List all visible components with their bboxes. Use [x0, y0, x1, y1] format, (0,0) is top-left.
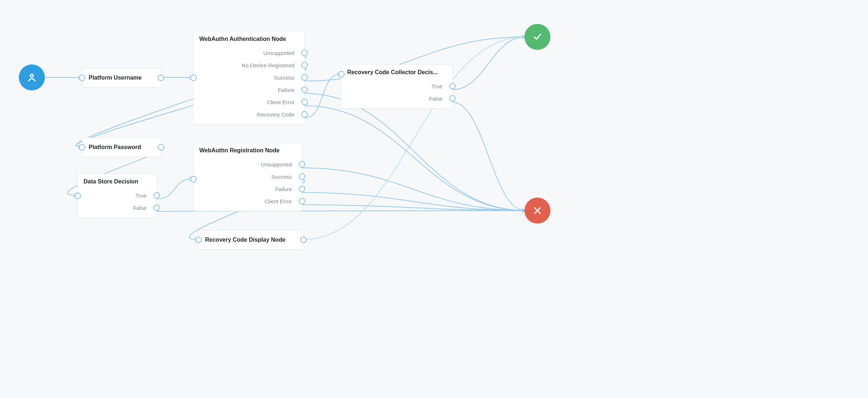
- outputs: True False: [341, 80, 452, 108]
- node-title: Recovery Code Display Node: [199, 232, 296, 248]
- connection: [452, 102, 525, 211]
- output-false[interactable]: False: [341, 92, 452, 105]
- node-title: Recovery Code Collector Decis...: [341, 65, 452, 80]
- output-port[interactable]: [300, 237, 307, 243]
- connection: [304, 106, 525, 211]
- output-success[interactable]: Success: [193, 170, 302, 183]
- node-webauthn-authentication[interactable]: WebAuthn Authentication Node Unsupported…: [193, 31, 305, 124]
- end-success-node[interactable]: [524, 24, 550, 50]
- output-port[interactable]: [301, 50, 308, 56]
- output-port[interactable]: [299, 186, 305, 192]
- outputs: Unsupported Success Failure Client Error: [193, 158, 302, 211]
- connection: [302, 192, 525, 211]
- connection: [156, 179, 193, 199]
- node-recovery-code-collector[interactable]: Recovery Code Collector Decis... True Fa…: [341, 64, 453, 109]
- output-true[interactable]: True: [341, 80, 452, 92]
- output-recovery-code[interactable]: Recovery Code: [193, 108, 305, 120]
- node-platform-password[interactable]: Platform Password: [82, 137, 161, 157]
- node-recovery-code-display[interactable]: Recovery Code Display Node: [198, 230, 304, 250]
- check-icon: [532, 31, 543, 42]
- start-node[interactable]: [19, 64, 45, 90]
- output-unsupported[interactable]: Unsupported: [193, 158, 302, 170]
- output-port[interactable]: [299, 173, 305, 180]
- output-no-device[interactable]: No Device Registered: [193, 59, 305, 71]
- connection: [304, 93, 525, 211]
- connection: [452, 37, 525, 90]
- connection: [302, 205, 525, 211]
- node-data-store-decision[interactable]: Data Store Decision True False: [77, 174, 157, 218]
- output-failure[interactable]: Failure: [193, 183, 302, 195]
- flow-canvas[interactable]: Platform Username WebAuthn Authenticatio…: [0, 0, 564, 261]
- output-port[interactable]: [301, 86, 308, 93]
- output-port[interactable]: [301, 62, 308, 68]
- node-title: WebAuthn Authentication Node: [193, 31, 305, 47]
- output-port[interactable]: [301, 111, 308, 118]
- node-webauthn-registration[interactable]: WebAuthn Registration Node Unsupported S…: [193, 143, 302, 211]
- output-port[interactable]: [301, 99, 308, 105]
- output-port[interactable]: [153, 204, 160, 211]
- input-port[interactable]: [79, 144, 85, 151]
- node-title: WebAuthn Registration Node: [193, 143, 302, 158]
- output-client-error[interactable]: Client Error: [193, 195, 302, 207]
- input-port[interactable]: [338, 71, 345, 77]
- output-port[interactable]: [158, 75, 164, 81]
- output-port[interactable]: [299, 161, 305, 168]
- output-port[interactable]: [449, 95, 456, 102]
- output-port[interactable]: [449, 83, 456, 89]
- output-port[interactable]: [299, 198, 305, 204]
- connection: [304, 74, 341, 118]
- output-client-error[interactable]: Client Error: [193, 96, 305, 108]
- output-port[interactable]: [158, 144, 164, 151]
- input-port[interactable]: [195, 237, 202, 243]
- outputs: True False: [78, 189, 157, 217]
- node-title: Platform Username: [82, 69, 153, 86]
- user-icon: [26, 72, 37, 83]
- outputs: Unsupported No Device Registered Success…: [193, 47, 305, 124]
- input-port[interactable]: [79, 75, 85, 81]
- svg-point-0: [30, 74, 33, 77]
- node-title: Platform Password: [82, 139, 152, 156]
- node-platform-username[interactable]: Platform Username: [82, 68, 161, 88]
- node-title: Data Store Decision: [78, 174, 157, 189]
- x-icon: [532, 205, 543, 216]
- connection: [302, 168, 525, 211]
- output-failure[interactable]: Failure: [193, 84, 305, 96]
- output-false[interactable]: False: [78, 202, 157, 214]
- output-unsupported[interactable]: Unsupported: [193, 47, 305, 59]
- output-port[interactable]: [153, 192, 160, 199]
- output-success[interactable]: Success: [193, 71, 305, 84]
- output-true[interactable]: True: [78, 189, 157, 202]
- output-port[interactable]: [301, 74, 308, 81]
- end-failure-node[interactable]: [524, 198, 550, 224]
